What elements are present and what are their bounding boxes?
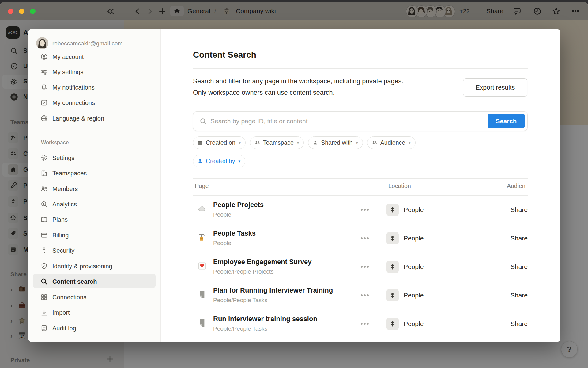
menu-item-billing[interactable]: Billing <box>52 232 69 239</box>
row-title[interactable]: Employee Engagement Survey <box>213 258 312 266</box>
love-letter-icon <box>197 261 207 272</box>
teamspace-plant-icon <box>386 204 399 216</box>
menu-item-language-region[interactable]: Language & region <box>52 115 104 122</box>
page-icon <box>197 289 207 301</box>
chevron-down-icon: ▾ <box>238 159 240 163</box>
workspace-section-label: Workspace <box>41 140 69 146</box>
search-input[interactable]: Search by page ID, title or content <box>210 112 308 130</box>
filter-label: Audience <box>380 139 405 146</box>
teamspace-plant-icon <box>386 261 399 273</box>
menu-item-my-settings[interactable]: My settings <box>52 68 83 76</box>
teamspace-plant-icon <box>386 289 399 301</box>
description-line-2: Only workspace owners can use content se… <box>193 87 334 98</box>
menu-item-content-search[interactable]: Content search <box>52 278 97 285</box>
chevron-down-icon: ▾ <box>239 140 241 145</box>
row-audience-clipped: Share <box>500 263 528 270</box>
table-column-divider <box>380 178 380 342</box>
row-audience-clipped: Share <box>500 206 528 213</box>
menu-item-teamspaces[interactable]: Teamspaces <box>52 170 87 177</box>
row-location: People <box>404 235 424 242</box>
page-title: Content Search <box>193 50 256 60</box>
chevron-down-icon: ▾ <box>409 140 411 145</box>
table-top-border <box>193 178 528 179</box>
settings-dialog: rebeccamcakir@gmail.com My account My se… <box>28 29 560 342</box>
bell-icon <box>40 84 48 91</box>
menu-item-connections[interactable]: Connections <box>52 293 86 301</box>
menu-item-my-account[interactable]: My account <box>52 53 84 60</box>
filter-teamspace[interactable]: Teamspace ▾ <box>250 136 304 149</box>
window-zoom-button[interactable] <box>30 9 36 14</box>
title-divider <box>193 68 528 69</box>
search-button[interactable]: Search <box>488 114 525 128</box>
row-title[interactable]: Run interviewer training session <box>213 315 317 323</box>
screen: General / Company wiki +22 Share <box>0 0 588 368</box>
sliders-icon <box>40 68 48 76</box>
menu-item-members[interactable]: Members <box>52 185 78 193</box>
column-header-page[interactable]: Page <box>195 182 209 190</box>
menu-item-audit-log[interactable]: Audit log <box>52 324 76 332</box>
menu-item-security[interactable]: Security <box>52 247 74 254</box>
person-icon <box>197 158 203 164</box>
export-results-button[interactable]: Export results <box>463 78 527 97</box>
magnifier-icon <box>40 278 48 285</box>
column-header-location[interactable]: Location <box>388 182 411 190</box>
filter-audience[interactable]: Audience ▾ <box>367 136 416 149</box>
row-location: People <box>404 206 424 213</box>
members-icon <box>40 185 48 193</box>
row-more-options-icon[interactable] <box>361 294 369 296</box>
row-audience-clipped: Share <box>500 235 528 242</box>
menu-item-identity-provisioning[interactable]: Identity & provisioning <box>52 263 112 270</box>
search-icon <box>199 117 207 125</box>
filter-shared-with[interactable]: Shared with ▾ <box>308 136 363 149</box>
row-location: People <box>404 292 424 299</box>
row-path: People <box>213 240 231 247</box>
row-title[interactable]: People Tasks <box>213 229 256 237</box>
arrow-up-right-box-icon <box>40 99 48 106</box>
row-title[interactable]: People Projects <box>213 201 264 209</box>
row-title[interactable]: Plan for Running Interviewer Training <box>213 286 333 294</box>
row-path: People/People Tasks <box>213 297 267 304</box>
filter-created-on[interactable]: Created on ▾ <box>193 136 246 149</box>
building-icon <box>40 170 48 177</box>
page-icon <box>197 318 207 329</box>
window-minimize-button[interactable] <box>19 9 24 14</box>
window-close-button[interactable] <box>8 9 13 14</box>
row-more-options-icon[interactable] <box>361 237 369 239</box>
filter-label: Created by <box>206 158 235 165</box>
globe-icon <box>40 115 48 122</box>
grid-icon <box>40 293 48 301</box>
magnifier-plus-icon <box>40 201 48 208</box>
account-email: rebeccamcakir@gmail.com <box>52 40 123 47</box>
menu-item-my-notifications[interactable]: My notifications <box>52 84 95 91</box>
app-window: General / Company wiki +22 Share <box>0 2 588 368</box>
chevron-down-icon: ▾ <box>356 140 358 145</box>
row-path: People/People Tasks <box>213 325 267 332</box>
credit-card-icon <box>40 232 48 239</box>
import-arrow-icon <box>40 309 48 316</box>
row-more-options-icon[interactable] <box>361 209 369 211</box>
filter-label: Teamspace <box>263 139 294 146</box>
row-more-options-icon[interactable] <box>361 323 369 325</box>
content-search-bar[interactable]: Search by page ID, title or content Sear… <box>193 111 528 131</box>
column-header-audience-clipped[interactable]: Audien <box>507 182 526 190</box>
people-icon <box>371 140 378 146</box>
filter-created-by-active[interactable]: Created by ▾ <box>193 155 245 167</box>
chevron-down-icon: ▾ <box>297 140 299 145</box>
menu-item-my-connections[interactable]: My connections <box>52 99 95 106</box>
menu-item-analytics[interactable]: Analytics <box>52 201 77 208</box>
menu-item-import[interactable]: Import <box>52 309 70 316</box>
calendar-icon <box>197 140 203 146</box>
row-audience-clipped: Share <box>500 292 528 299</box>
row-path: People/People Projects <box>213 268 274 275</box>
teamspace-plant-icon <box>386 232 399 244</box>
filter-label: Shared with <box>321 139 352 146</box>
row-more-options-icon[interactable] <box>361 266 369 268</box>
row-location: People <box>404 320 424 328</box>
row-audience-clipped: Share <box>500 320 528 328</box>
menu-item-plans[interactable]: Plans <box>52 216 68 223</box>
menu-item-settings[interactable]: Settings <box>52 154 74 162</box>
table-header-border <box>193 195 528 196</box>
cloud-icon <box>197 204 207 215</box>
filter-label: Created on <box>206 139 235 146</box>
construction-icon <box>197 232 207 243</box>
